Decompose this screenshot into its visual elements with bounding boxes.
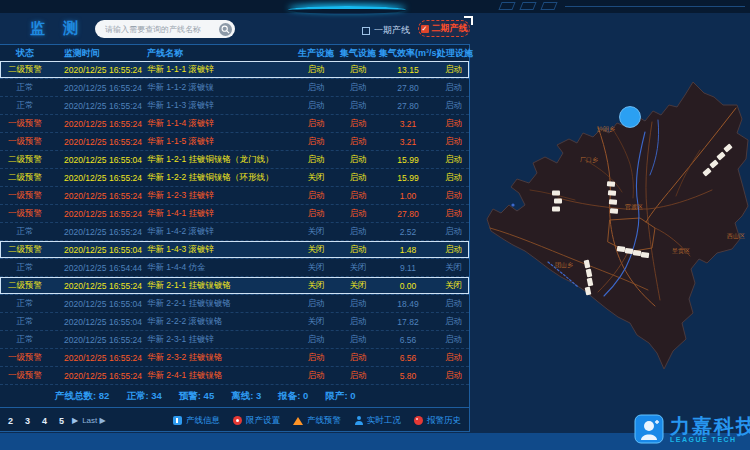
table-row[interactable]: 一级预警2020/12/25 16:55:24华新 1-4-1 挂镀锌启动启动2… [0, 205, 469, 223]
map-marker[interactable] [617, 246, 626, 252]
column-header: 监测时间 [50, 47, 145, 60]
phase1-toggle[interactable]: 一期产线 [362, 24, 410, 37]
status-cell: 一级预警 [0, 136, 50, 148]
pagination: 2345▶Last ▶ [4, 414, 106, 428]
summary-value: 0 [303, 390, 308, 401]
map-marker[interactable] [641, 252, 650, 258]
map-marker[interactable] [633, 250, 642, 256]
summary-item: 预警: 45 [179, 390, 214, 403]
district-map[interactable]: 沙朗乡厂口乡官渡区西山区呈贡区团山乡 [470, 13, 750, 432]
legend-button-info[interactable]: 产线信息 [173, 415, 220, 427]
table-row[interactable]: 一级预警2020/12/25 16:55:24华新 2-3-2 挂镀镍铬启动启动… [0, 349, 469, 367]
search-icon[interactable] [219, 23, 232, 36]
table-row[interactable]: 正常2020/12/25 16:55:24华新 1-1-2 滚镀镍启动启动27.… [0, 79, 469, 97]
status-cell: 一级预警 [0, 118, 50, 130]
table-row[interactable]: 二级预警2020/12/25 16:55:24华新 1-2-2 挂镀铜镍铬（环形… [0, 169, 469, 187]
status-cell: 正常 [0, 82, 50, 94]
table-row[interactable]: 正常2020/12/25 16:54:44华新 1-4-4 仿金关闭关闭9.11… [0, 259, 469, 277]
search-input[interactable] [105, 25, 219, 34]
page-button[interactable]: 3 [21, 414, 34, 428]
status-cell: 正常 [0, 100, 50, 112]
efficiency-cell: 27.80 [379, 101, 437, 111]
legend-label: 限产设置 [246, 415, 280, 427]
status-cell: 正常 [0, 226, 50, 238]
table-row[interactable]: 二级预警2020/12/25 16:55:24华新 1-1-1 滚镀锌启动启动1… [0, 61, 469, 79]
table-row[interactable]: 正常2020/12/25 16:55:04华新 2-2-1 挂镀镍镀铬启动启动1… [0, 295, 469, 313]
status-cell: 正常 [0, 298, 50, 310]
table-row[interactable]: 正常2020/12/25 16:55:24华新 1-1-3 滚镀锌启动启动27.… [0, 97, 469, 115]
summary-label: 离线: [231, 390, 256, 401]
summary-label: 预警: [179, 390, 204, 401]
table-body: 二级预警2020/12/25 16:55:24华新 1-1-1 滚镀锌启动启动1… [0, 61, 469, 385]
name-cell: 华新 1-4-2 滚镀锌 [145, 226, 295, 238]
summary-value: 34 [151, 390, 162, 401]
phase1-label: 一期产线 [374, 24, 410, 37]
proc-facility-cell: 启动 [437, 64, 470, 76]
page-button[interactable]: 5 [55, 414, 68, 428]
table-row[interactable]: 二级预警2020/12/25 16:55:04华新 1-4-3 滚镀锌关闭启动1… [0, 241, 469, 259]
phase2-button[interactable]: ✓ 二期产线 [418, 20, 470, 37]
map-marker[interactable] [552, 190, 560, 195]
table-row[interactable]: 一级预警2020/12/25 16:55:24华新 2-4-1 挂镀镍铬启动启动… [0, 367, 469, 385]
table-row[interactable]: 一级预警2020/12/25 16:55:24华新 1-1-5 滚镀锌启动启动3… [0, 133, 469, 151]
table-row[interactable]: 二级预警2020/12/25 16:55:24华新 2-1-1 挂镀镍镀铬关闭关… [0, 277, 469, 295]
map-marker[interactable] [607, 181, 615, 187]
prod-facility-cell: 启动 [295, 298, 337, 310]
efficiency-cell: 1.48 [379, 245, 437, 255]
gas-facility-cell: 启动 [337, 370, 379, 382]
decor-box [540, 2, 557, 10]
time-cell: 2020/12/25 16:55:24 [50, 173, 145, 183]
gas-facility-cell: 启动 [337, 334, 379, 346]
prod-facility-cell: 启动 [295, 136, 337, 148]
proc-facility-cell: 启动 [437, 136, 470, 148]
checkbox-icon[interactable] [362, 27, 370, 35]
gas-facility-cell: 启动 [337, 226, 379, 238]
prod-facility-cell: 启动 [295, 370, 337, 382]
legend-button-tri[interactable]: 产线预警 [293, 415, 341, 427]
efficiency-cell: 0.00 [379, 281, 437, 291]
map-marker[interactable] [625, 248, 634, 254]
time-cell: 2020/12/25 16:55:24 [50, 83, 145, 93]
search-box[interactable] [95, 20, 235, 38]
map-marker[interactable] [554, 198, 562, 203]
table-row[interactable]: 正常2020/12/25 16:55:24华新 1-4-2 滚镀锌关闭启动2.5… [0, 223, 469, 241]
map-marker[interactable] [608, 190, 616, 196]
legend-button-bell[interactable]: 报警历史 [414, 415, 461, 427]
time-cell: 2020/12/25 16:55:24 [50, 191, 145, 201]
status-cell: 正常 [0, 316, 50, 328]
table-row[interactable]: 正常2020/12/25 16:55:24华新 2-3-1 挂镀锌启动启动6.5… [0, 331, 469, 349]
page-button[interactable]: 2 [4, 414, 17, 428]
summary-item: 报备: 0 [278, 390, 308, 403]
map-marker[interactable] [610, 208, 618, 214]
table-row[interactable]: 正常2020/12/25 16:55:04华新 2-2-2 滚镀镍铬关闭启动17… [0, 313, 469, 331]
prod-facility-cell: 启动 [295, 208, 337, 220]
column-header: 处理设施 [437, 47, 470, 60]
table-row[interactable]: 一级预警2020/12/25 16:55:24华新 1-1-4 滚镀锌启动启动3… [0, 115, 469, 133]
table-row[interactable]: 一级预警2020/12/25 16:55:24华新 1-2-3 挂镀锌启动启动1… [0, 187, 469, 205]
page-button[interactable]: 4 [38, 414, 51, 428]
map-marker[interactable] [552, 206, 560, 211]
status-cell: 二级预警 [0, 280, 50, 292]
status-cell: 正常 [0, 334, 50, 346]
efficiency-cell: 27.80 [379, 209, 437, 219]
map-place-label: 团山乡 [555, 262, 573, 269]
efficiency-cell: 13.15 [379, 65, 437, 75]
legend-button-limit[interactable]: 限产设置 [233, 415, 280, 427]
blue-cluster-marker[interactable] [620, 107, 641, 128]
prod-facility-cell: 启动 [295, 64, 337, 76]
gas-facility-cell: 启动 [337, 136, 379, 148]
efficiency-cell: 18.49 [379, 299, 437, 309]
name-cell: 华新 1-4-3 滚镀锌 [145, 244, 295, 256]
next-page-button[interactable]: ▶ [72, 416, 78, 425]
time-cell: 2020/12/25 16:55:04 [50, 245, 145, 255]
name-cell: 华新 1-2-3 挂镀锌 [145, 190, 295, 202]
legend-button-person[interactable]: 实时工况 [354, 415, 401, 427]
time-cell: 2020/12/25 16:55:24 [50, 209, 145, 219]
table-row[interactable]: 二级预警2020/12/25 16:55:04华新 1-2-1 挂镀铜镍铬（龙门… [0, 151, 469, 169]
last-page-button[interactable]: Last ▶ [82, 416, 106, 425]
info-icon [173, 416, 182, 425]
legend-label: 产线信息 [186, 415, 220, 427]
map-marker[interactable] [609, 199, 617, 205]
time-cell: 2020/12/25 16:55:24 [50, 101, 145, 111]
column-header: 生产设施 [295, 47, 337, 60]
